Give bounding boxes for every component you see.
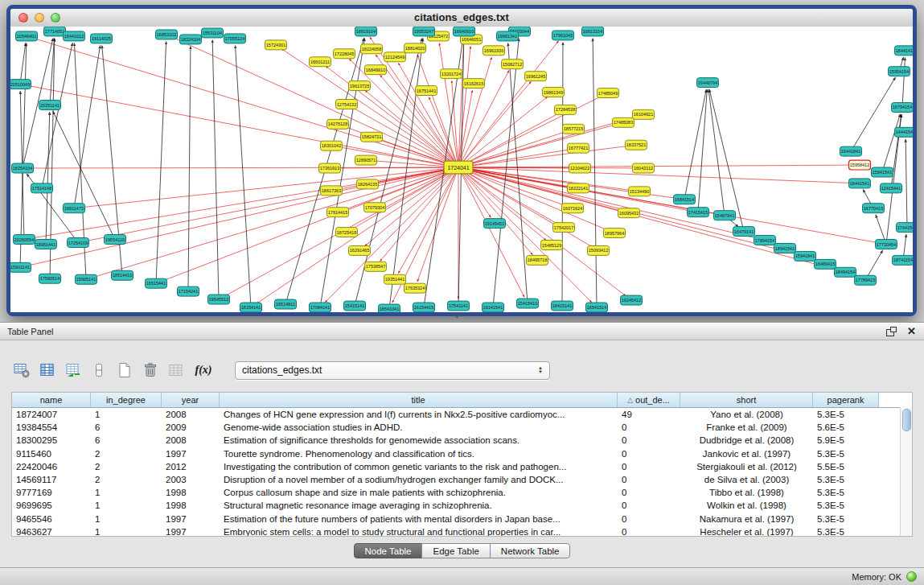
graph-node[interactable]: 12104622 <box>569 163 591 173</box>
graph-node[interactable]: 13201724 <box>441 69 462 79</box>
graph-edge[interactable] <box>188 47 191 291</box>
graph-node[interactable]: 17079304 <box>364 203 386 212</box>
graph-node[interactable]: 19351441 <box>384 274 406 284</box>
graph-node[interactable]: 17361913 <box>319 163 341 173</box>
graph-node[interactable]: 19554110 <box>105 235 126 245</box>
graph-node[interactable]: 16162615 <box>463 79 485 89</box>
graph-node[interactable]: 18617363 <box>321 186 343 196</box>
network-table-selector[interactable]: citations_edges.txt ▲▼ <box>235 361 550 380</box>
column-header-pagerank[interactable]: pagerank <box>813 393 879 407</box>
tab-edge-table[interactable]: Edge Table <box>421 543 490 558</box>
graph-edge[interactable] <box>708 89 725 215</box>
graph-node[interactable]: 16095432 <box>618 208 640 218</box>
graph-edge[interactable] <box>458 167 838 270</box>
graph-node[interactable]: 17894154 <box>754 236 776 245</box>
graph-node[interactable]: 15485129 <box>541 241 563 250</box>
graph-node[interactable]: 20510049 <box>10 80 31 89</box>
graph-node[interactable]: 15415410 <box>517 299 539 308</box>
graph-node[interactable]: 12415441 <box>881 183 902 193</box>
graph-node[interactable]: 15841541 <box>872 167 893 177</box>
graph-edge[interactable] <box>458 146 629 167</box>
graph-node[interactable]: 15941841 <box>795 251 816 261</box>
graph-node[interactable]: 19613725 <box>349 81 371 91</box>
graph-node[interactable]: 18441541 <box>849 179 871 188</box>
graph-node[interactable]: 17714051 <box>44 27 66 36</box>
graph-node[interactable]: 18814020 <box>405 43 426 53</box>
graph-node[interactable]: 16794154 <box>892 102 914 112</box>
graph-edge[interactable] <box>891 114 901 188</box>
graph-node[interactable]: 17284538 <box>555 105 577 114</box>
column-header-in_degree[interactable]: in_degree <box>91 393 162 407</box>
graph-edge[interactable] <box>562 43 563 306</box>
add-column-button[interactable] <box>63 360 84 381</box>
column-header-out_de[interactable]: △out_de... <box>618 393 680 407</box>
graph-edge[interactable] <box>458 97 548 167</box>
graph-node[interactable]: 15134490 <box>629 187 651 196</box>
import-table-button[interactable] <box>166 360 187 381</box>
graph-edge[interactable] <box>458 167 608 230</box>
graph-node[interactable]: 15824731 <box>361 132 383 142</box>
graph-node[interactable]: 15954154 <box>889 67 910 76</box>
graph-edge[interactable] <box>46 112 50 244</box>
panel-resize-handle[interactable]: ▾ <box>455 312 459 320</box>
graph-node[interactable]: 20351141 <box>39 100 61 109</box>
graph-edge[interactable] <box>81 167 458 208</box>
graph-node[interactable]: 18222141 <box>568 183 589 193</box>
graph-node[interactable]: 16515441 <box>146 278 167 288</box>
graph-node[interactable]: 16104921 <box>633 109 655 119</box>
graph-edge[interactable] <box>458 81 531 167</box>
graph-node[interactable]: 18819104 <box>355 27 377 36</box>
graph-node[interactable]: 17635324 <box>405 283 426 293</box>
graph-node[interactable]: 17485083 <box>613 117 634 127</box>
table-row[interactable]: 911546021997Tourette syndrome. Phenomeno… <box>12 447 912 460</box>
graph-edge[interactable] <box>902 58 905 108</box>
graph-node[interactable]: 1724041 <box>444 161 473 174</box>
graph-node[interactable]: 18224058 <box>361 44 383 54</box>
graph-node[interactable]: 14275128 <box>327 119 349 129</box>
table-row[interactable]: 1456911722003Disruption of a novel membe… <box>12 473 912 486</box>
graph-node[interactable]: 15082712 <box>502 60 524 69</box>
graph-node[interactable]: 18541041 <box>379 304 400 312</box>
graph-node[interactable]: 18741154 <box>893 255 914 265</box>
graph-node[interactable]: 18725418 <box>336 228 358 237</box>
graph-node[interactable]: 18514410 <box>112 270 133 280</box>
graph-node[interactable]: 16770415 <box>863 204 885 213</box>
graph-node[interactable]: 19145451 <box>484 219 506 229</box>
graph-node[interactable]: 15093412 <box>588 245 610 255</box>
graph-edge[interactable] <box>27 167 458 266</box>
graph-node[interactable]: 17084141 <box>310 303 331 312</box>
graph-node[interactable]: 18941541 <box>774 243 796 253</box>
graph-node[interactable]: 16751441 <box>416 86 437 96</box>
graph-edge[interactable] <box>74 46 101 208</box>
graph-node[interactable]: 16961245 <box>525 72 547 81</box>
graph-node[interactable]: 18441012 <box>64 31 85 41</box>
graph-node[interactable]: 15958412 <box>849 160 871 170</box>
graph-node[interactable]: 17441541 <box>897 223 914 233</box>
graph-node[interactable]: 16489415 <box>815 259 836 269</box>
graph-edge[interactable] <box>508 43 528 303</box>
graph-edge[interactable] <box>20 43 26 84</box>
column-header-title[interactable]: title <box>220 393 618 407</box>
graph-node[interactable]: 17228045 <box>334 49 355 59</box>
table-row[interactable]: 977716911998Corpus callosum shape and si… <box>12 486 912 499</box>
graph-node[interactable]: 18254104 <box>12 163 34 173</box>
table-row[interactable]: 2242004622012Investigating the contribut… <box>12 460 912 473</box>
graph-edge[interactable] <box>458 125 616 167</box>
graph-node[interactable]: 16071624 <box>562 204 584 213</box>
graph-node[interactable]: 16601211 <box>310 57 331 67</box>
graph-node[interactable]: 17614415 <box>327 208 349 217</box>
close-panel-icon[interactable]: ✕ <box>907 326 916 336</box>
tab-node-table[interactable]: Node Table <box>354 543 423 558</box>
graph-node[interactable]: 17538547 <box>365 262 387 271</box>
graph-node[interactable]: 18264135 <box>357 179 379 189</box>
window-titlebar[interactable]: citations_edges.txt <box>10 9 913 27</box>
graph-edge[interactable] <box>709 89 744 231</box>
graph-node[interactable]: 12890571 <box>355 155 377 165</box>
show-columns-button[interactable] <box>37 360 58 381</box>
graph-edge[interactable] <box>851 77 895 151</box>
graph-node[interactable]: 15487941 <box>714 211 736 220</box>
graph-node[interactable]: 16541514 <box>586 303 608 312</box>
graph-node[interactable]: 19141541 <box>483 303 504 312</box>
graph-node[interactable]: 17541141 <box>448 301 470 311</box>
graph-node[interactable]: 17730454 <box>876 240 897 249</box>
